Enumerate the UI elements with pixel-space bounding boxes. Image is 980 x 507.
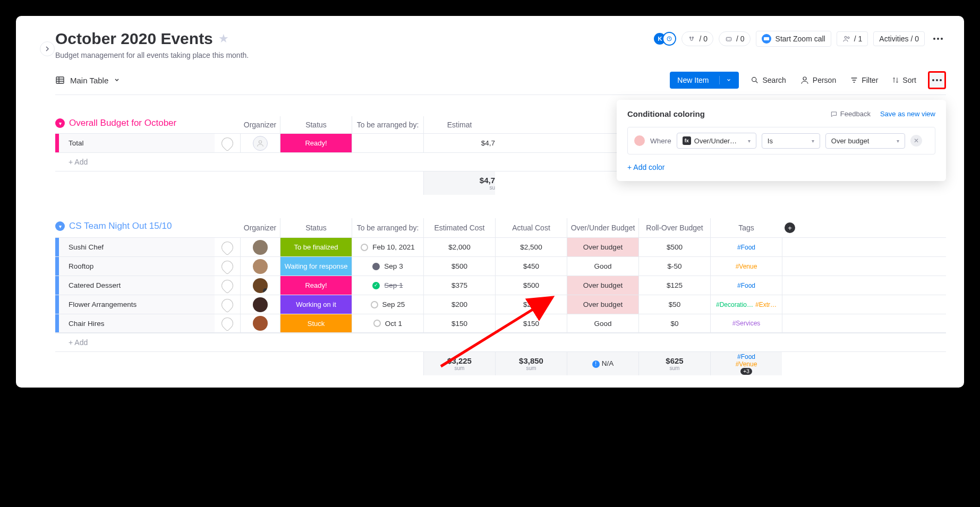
over-under-cell[interactable]: Good [567, 314, 638, 332]
status-cell[interactable]: Ready! [280, 276, 352, 295]
tags-cell[interactable]: #Services [710, 314, 782, 332]
status-cell[interactable]: Waiting for response [280, 257, 352, 276]
organizer-cell[interactable] [240, 314, 280, 332]
organizer-cell[interactable] [240, 257, 280, 276]
add-column[interactable]: + [782, 218, 798, 237]
tags-cell[interactable]: #Food [710, 238, 782, 256]
status-cell[interactable]: To be finalized [280, 238, 352, 256]
comment-button[interactable] [215, 257, 240, 276]
comment-button[interactable] [215, 238, 240, 256]
rollover-cell[interactable]: $50 [638, 295, 710, 314]
organizer-cell[interactable] [240, 134, 280, 152]
integration-count-1[interactable]: / 0 [681, 31, 713, 46]
item-name[interactable]: Flower Arrangements [59, 295, 215, 314]
group-title[interactable]: ▾ CS Team Night Out 15/10 [55, 218, 215, 237]
col-actual[interactable]: Actual Cost [495, 218, 567, 237]
over-under-cell[interactable]: Over budget [567, 295, 638, 314]
item-name[interactable]: Total [59, 134, 215, 152]
condition-column-select[interactable]: fxOver/Under… ▾ [677, 133, 756, 149]
tag[interactable]: #Extr… [755, 301, 777, 308]
status-cell[interactable]: Stuck [280, 314, 352, 332]
status-cell[interactable]: Ready! [280, 134, 352, 152]
sort-button[interactable]: Sort [890, 73, 918, 88]
date-cell[interactable]: Sep 25 [352, 295, 423, 314]
actual-cell[interactable]: $2,500 [495, 238, 567, 256]
condition-operator-select[interactable]: Is ▾ [762, 133, 820, 149]
board-avatars[interactable]: K [653, 32, 676, 46]
group-title[interactable]: ▾ Overall Budget for October [55, 116, 215, 133]
table-row[interactable]: Chair Hires Stuck Oct 1 $150 $150 Good $… [55, 314, 946, 333]
date-cell[interactable]: Oct 1 [352, 314, 423, 332]
tags-cell[interactable]: #Decoratio… #Extr… [710, 295, 782, 314]
rollover-cell[interactable]: $125 [638, 276, 710, 295]
remove-condition-button[interactable]: ✕ [910, 135, 922, 147]
col-status[interactable]: Status [280, 116, 352, 133]
integration-count-2[interactable]: / 0 [719, 31, 751, 46]
col-arranged[interactable]: To be arranged by: [352, 218, 423, 237]
item-name[interactable]: Catered Dessert [59, 276, 215, 295]
star-icon[interactable]: ★ [218, 32, 229, 46]
estimated-cell[interactable]: $500 [423, 257, 495, 276]
zoom-call-button[interactable]: Start Zoom call [756, 31, 831, 47]
over-under-cell[interactable]: Good [567, 257, 638, 276]
rollover-cell[interactable]: $500 [638, 238, 710, 256]
actual-cell[interactable]: $500 [495, 276, 567, 295]
tag[interactable]: #Venue [736, 263, 757, 270]
col-status[interactable]: Status [280, 218, 352, 237]
view-selector[interactable]: Main Table [55, 75, 120, 85]
save-view-link[interactable]: Save as new view [880, 110, 935, 118]
condition-value-select[interactable]: Over budget ▾ [825, 133, 905, 149]
estimated-cell[interactable]: $200 [423, 295, 495, 314]
col-estimated[interactable]: Estimated Cost [423, 218, 495, 237]
estimated-cell[interactable]: $375 [423, 276, 495, 295]
col-estimated[interactable]: Estimat [423, 116, 495, 133]
status-cell[interactable]: Working on it [280, 295, 352, 314]
table-row[interactable]: Flower Arrangements Working on it Sep 25… [55, 295, 946, 314]
item-name[interactable]: Chair Hires [59, 314, 215, 332]
organizer-cell[interactable] [240, 276, 280, 295]
col-arranged[interactable]: To be arranged by: [352, 116, 423, 133]
actual-cell[interactable]: $450 [495, 257, 567, 276]
date-cell[interactable]: Sep 3 [352, 257, 423, 276]
date-cell[interactable] [352, 134, 423, 152]
table-row[interactable]: Sushi Chef To be finalized Feb 10, 2021 … [55, 237, 946, 256]
board-more-button[interactable] [930, 35, 946, 43]
item-name[interactable]: Rooftop [59, 257, 215, 276]
new-item-button[interactable]: New Item [670, 72, 739, 89]
tags-cell[interactable]: #Food [710, 276, 782, 295]
person-filter-button[interactable]: Person [798, 72, 838, 88]
add-color-link[interactable]: + Add color [627, 163, 664, 171]
col-rollover[interactable]: Roll-Over Budget [638, 218, 710, 237]
estimated-cell[interactable]: $4,7 [423, 134, 495, 152]
date-cell[interactable]: Feb 10, 2021 [352, 238, 423, 256]
view-more-button[interactable] [928, 71, 946, 89]
col-tags[interactable]: Tags [710, 218, 782, 237]
rollover-cell[interactable]: $-50 [638, 257, 710, 276]
table-row[interactable]: Rooftop Waiting for response Sep 3 $500 … [55, 256, 946, 276]
estimated-cell[interactable]: $2,000 [423, 238, 495, 256]
color-swatch[interactable] [634, 135, 645, 146]
tags-cell[interactable]: #Venue [710, 257, 782, 276]
over-under-cell[interactable]: Over budget [567, 276, 638, 295]
actual-cell[interactable]: $150 [495, 314, 567, 332]
search-button[interactable]: Search [748, 73, 788, 88]
item-name[interactable]: Sushi Chef [59, 238, 215, 256]
sidebar-toggle[interactable] [40, 41, 55, 56]
feedback-link[interactable]: Feedback [830, 110, 871, 118]
tag[interactable]: #Services [732, 320, 761, 327]
rollover-cell[interactable]: $0 [638, 314, 710, 332]
more-tags-badge[interactable]: +3 [740, 368, 752, 375]
comment-button[interactable] [215, 134, 240, 152]
date-cell[interactable]: Sep 1 [352, 276, 423, 295]
comment-button[interactable] [215, 276, 240, 295]
tag[interactable]: #Decoratio… [716, 301, 753, 308]
filter-button[interactable]: Filter [848, 73, 880, 88]
tag[interactable]: #Food [737, 244, 755, 251]
add-item-row[interactable]: + Add [55, 333, 946, 352]
comment-button[interactable] [215, 295, 240, 314]
col-organizer[interactable]: Organizer [240, 116, 280, 133]
over-under-cell[interactable]: Over budget [567, 238, 638, 256]
collapse-icon[interactable]: ▾ [55, 118, 65, 128]
col-organizer[interactable]: Organizer [240, 218, 280, 237]
organizer-cell[interactable] [240, 238, 280, 256]
